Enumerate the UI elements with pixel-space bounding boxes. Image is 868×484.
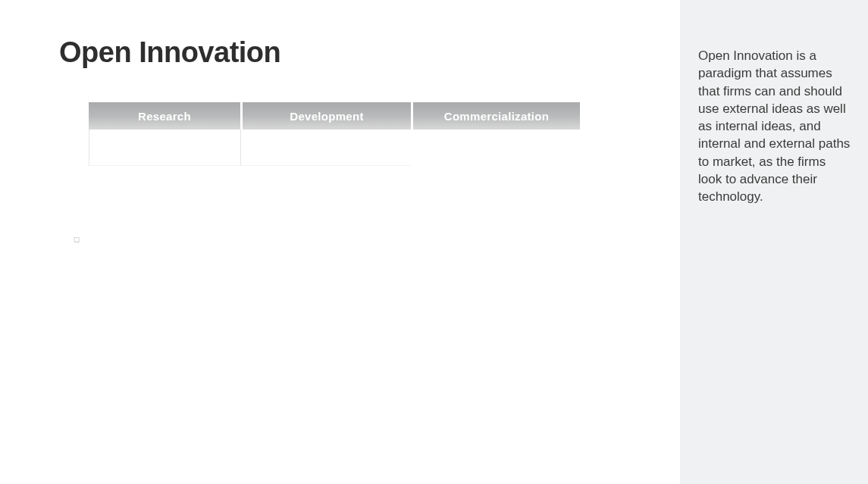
sidebar: Open Innovation is a paradigm that assum… (680, 0, 868, 484)
main-content: Open Innovation Research Development Com… (0, 0, 680, 484)
stage-header-development: Development (243, 102, 411, 130)
stage-header-research: Research (89, 102, 240, 130)
page-title: Open Innovation (59, 36, 280, 69)
sidebar-description: Open Innovation is a paradigm that assum… (698, 47, 851, 206)
stage-column-development (240, 130, 411, 166)
stage-column-research (89, 130, 240, 166)
small-mark-icon: ◻ (74, 235, 80, 241)
stage-header-commercialization: Commercialization (413, 102, 580, 130)
stage-body-row (89, 130, 411, 166)
stage-headers-row: Research Development Commercialization (89, 102, 580, 130)
